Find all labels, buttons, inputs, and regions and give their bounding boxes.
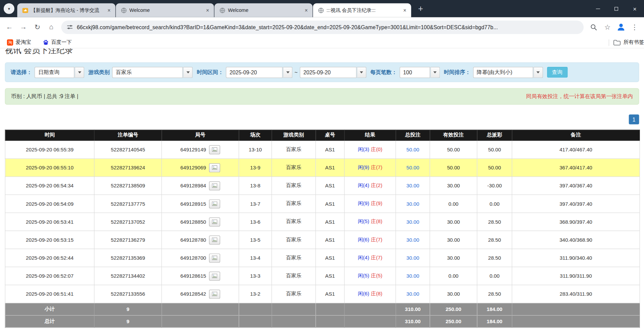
banker-result: 庄(2)	[371, 183, 382, 188]
page-content: 视讯 会员下注纪录 请选择： 游戏类别 时间区间： ~	[0, 49, 644, 331]
round-snapshot-button[interactable]	[209, 145, 220, 154]
browser-tab[interactable]: Welcome ×	[214, 3, 313, 17]
bookmark-item-baidu[interactable]: 百度一下	[40, 38, 75, 47]
total-bet-link[interactable]: 30.00	[406, 183, 419, 188]
banker-result: 庄(0)	[371, 146, 382, 152]
all-bookmarks-button[interactable]: 所有书签	[613, 38, 644, 47]
game-type-input[interactable]	[112, 67, 183, 78]
cell-valid-bet: 0.00	[430, 195, 477, 213]
cell-time: 2025-09-20 06:52:44	[5, 249, 94, 267]
round-snapshot-button[interactable]	[209, 181, 220, 190]
cell-total-bet: 30.00	[396, 213, 430, 231]
round-snapshot-button[interactable]	[209, 235, 220, 244]
address-bar[interactable]: 66cxkj98.com/game/betrecord_search/kind3…	[61, 20, 584, 34]
round-snapshot-button[interactable]	[209, 163, 220, 172]
round-snapshot-button[interactable]	[209, 290, 220, 299]
bookmarks-bar: 淘 爱淘宝 百度一下 所有书签	[0, 37, 644, 49]
cell-bet-id: 522827137775	[94, 195, 161, 213]
search-button[interactable]: 查询	[547, 67, 567, 77]
reload-button[interactable]: ↻	[30, 20, 44, 34]
profile-avatar[interactable]	[614, 20, 628, 34]
tab-close-icon[interactable]: ×	[303, 7, 310, 14]
total-bet-link[interactable]: 30.00	[406, 219, 419, 225]
tab-search-button[interactable]: ▾	[4, 3, 14, 14]
total-bet-link[interactable]: 50.00	[406, 147, 419, 152]
total-bet-link[interactable]: 30.00	[406, 273, 419, 279]
home-button[interactable]: ⌂	[45, 20, 58, 34]
cell-game-type: 百家乐	[272, 249, 315, 267]
round-snapshot-button[interactable]	[209, 217, 220, 226]
bookmark-star-button[interactable]: ☆	[601, 20, 614, 34]
total-row: 总计9310.00250.00184.00	[5, 315, 640, 328]
cell-round: 649128780	[162, 231, 239, 249]
per-page-input[interactable]	[399, 67, 430, 78]
date-start-input[interactable]	[226, 67, 283, 78]
cell-result: 闲(9)庄(9)	[344, 195, 396, 213]
table-row: 2025-09-20 06:53:15 522827136279 6491287…	[5, 231, 640, 249]
forward-button[interactable]: →	[16, 20, 30, 34]
query-type-dropdown-button[interactable]	[75, 67, 84, 78]
round-number: 649128780	[180, 237, 206, 243]
image-icon	[212, 274, 217, 278]
maximize-button[interactable]	[607, 0, 625, 17]
tab-close-icon[interactable]: ×	[401, 7, 408, 14]
back-button[interactable]: ←	[2, 20, 16, 34]
menu-button[interactable]: ⋮	[628, 20, 642, 34]
browser-tab[interactable]: :::视讯 会员下注纪录::: ×	[313, 3, 411, 17]
cell-note: 397.40/367.40	[512, 177, 640, 195]
table-header-row: 时间注单编号局号场次游戏类别桌号结果总投注有效投注总派彩备注	[5, 130, 640, 141]
cell-round: 649129069	[162, 159, 239, 177]
tab-bar: ▾ 【新提醒】海燕论坛 - 博学交流 ×	[0, 0, 644, 17]
cell-game-type: 百家乐	[272, 267, 315, 285]
time-sort-dropdown-button[interactable]	[533, 67, 543, 78]
cell-payout: 50.00	[477, 141, 512, 159]
cell-session: 13-4	[239, 249, 272, 267]
globe-icon	[219, 7, 225, 13]
browser-tab[interactable]: 【新提醒】海燕论坛 - 博学交流 ×	[17, 3, 116, 17]
bookmark-item-taobao[interactable]: 淘 爱淘宝	[4, 38, 34, 47]
total-bet-link[interactable]: 30.00	[406, 237, 419, 243]
cell-result: 闲(4)庄(7)	[344, 249, 396, 267]
player-result: 闲(5)	[358, 273, 369, 279]
game-type-label: 游戏类别	[88, 69, 110, 76]
image-icon	[212, 238, 217, 242]
zoom-button[interactable]	[587, 20, 601, 34]
cell-table-no: AS1	[316, 231, 345, 249]
subtotal-cell: 小计	[5, 303, 94, 315]
browser-tab[interactable]: Welcome ×	[116, 3, 214, 17]
tab-close-icon[interactable]: ×	[204, 7, 211, 14]
browser-toolbar: ← → ↻ ⌂ 66cxkj98.com/game/betrecord_sear…	[0, 17, 644, 37]
date-start-dropdown-button[interactable]	[283, 67, 293, 78]
cell-total-bet: 30.00	[396, 195, 430, 213]
column-header: 时间	[5, 130, 94, 141]
total-bet-link[interactable]: 30.00	[406, 255, 419, 261]
tab-close-icon[interactable]: ×	[106, 7, 113, 14]
per-page-dropdown-button[interactable]	[430, 67, 440, 78]
round-snapshot-button[interactable]	[209, 253, 220, 262]
cell-table-no: AS1	[316, 177, 345, 195]
time-sort-input[interactable]	[473, 67, 533, 78]
close-button[interactable]: ×	[626, 0, 644, 17]
pagination: 1	[5, 114, 639, 124]
cell-round: 649128700	[162, 249, 239, 267]
subtotal-cell	[239, 303, 272, 315]
total-bet-link[interactable]: 50.00	[406, 165, 419, 170]
total-bet-link[interactable]: 30.00	[406, 201, 419, 207]
total-cell: 总计	[5, 315, 94, 328]
minimize-button[interactable]	[589, 0, 607, 17]
date-end-input[interactable]	[300, 67, 356, 78]
game-type-dropdown-button[interactable]	[183, 67, 193, 78]
cell-note: 311.90/311.90	[512, 267, 640, 285]
query-type-input[interactable]	[35, 67, 74, 78]
cell-game-type: 百家乐	[272, 231, 315, 249]
site-settings-icon[interactable]	[67, 24, 73, 30]
round-snapshot-button[interactable]	[209, 199, 220, 208]
cell-round: 649128850	[162, 213, 239, 231]
date-end-dropdown-button[interactable]	[357, 67, 366, 78]
page-number-button[interactable]: 1	[629, 114, 639, 124]
total-bet-link[interactable]: 30.00	[406, 291, 419, 297]
round-snapshot-button[interactable]	[209, 271, 220, 280]
new-tab-button[interactable]: +	[414, 2, 427, 15]
cell-round: 649128542	[162, 285, 239, 303]
page-title: 视讯 会员下注纪录	[5, 49, 644, 56]
